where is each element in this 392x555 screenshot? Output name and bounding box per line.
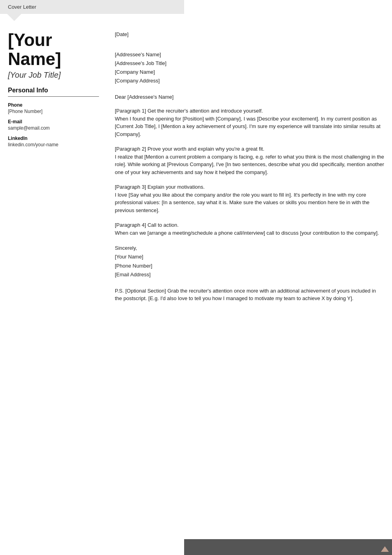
company-name: [Company Name] [115, 68, 384, 77]
ps-block: P.S. [Optional Section] Grab the recruit… [115, 287, 384, 302]
phone-label: Phone [8, 102, 99, 108]
paragraph1-block: [Paragraph 1] Get the recruiter's attent… [115, 107, 384, 138]
addressee-block: [Addressee's Name] [Addressee's Job Titl… [115, 50, 384, 85]
chevron-row [0, 14, 184, 23]
email-label: E-mail [8, 119, 99, 124]
closing-block: Sincerely, [Your Name] [Phone Number] [E… [115, 244, 384, 279]
paragraph3-label: [Paragraph 3] Explain your motivations. [115, 183, 384, 191]
company-address: [Company Address] [115, 77, 384, 85]
date: [Date] [115, 31, 384, 38]
paragraph2-label: [Paragraph 2] Prove your worth and expla… [115, 145, 384, 153]
main-body: [Date] [Addressee's Name] [Addressee's J… [107, 27, 384, 302]
email-value: sample@email.com [8, 125, 99, 131]
chevron-down-icon [7, 14, 21, 21]
paragraph4-block: [Paragraph 4] Call to action. When can w… [115, 221, 384, 237]
paragraph3-block: [Paragraph 3] Explain your motivations. … [115, 183, 384, 214]
paragraph2-block: [Paragraph 2] Prove your worth and expla… [115, 145, 384, 176]
linkedin-value: linkedin.com/your-name [8, 142, 99, 147]
paragraph1-body: When I found the opening for [Position] … [115, 115, 384, 138]
paragraph4-body: When can we [arrange a meeting/schedule … [115, 229, 384, 237]
paragraph3-body: I love [Say what you like about the comp… [115, 191, 384, 214]
paragraph4-label: [Paragraph 4] Call to action. [115, 221, 384, 229]
closing-phone: [Phone Number] [115, 262, 384, 270]
phone-value: [Phone Number] [8, 109, 99, 114]
main-content: [Your Name] [Your Job Title] Personal In… [0, 23, 392, 310]
linkedin-label: LinkedIn [8, 136, 99, 141]
dear-line: Dear [Addressee's Name] [115, 93, 384, 101]
closing-email: [Email Address] [115, 270, 384, 279]
bottom-bar [184, 539, 392, 555]
paragraph2-body: I realize that [Mention a current proble… [115, 153, 384, 176]
paragraph1-label: [Paragraph 1] Get the recruiter's attent… [115, 107, 384, 115]
name-heading: [Your Name] [8, 31, 99, 69]
closing: Sincerely, [115, 244, 384, 253]
addressee-job-title: [Addressee's Job Title] [115, 59, 384, 68]
personal-info-heading: Personal Info [8, 87, 99, 97]
addressee-name: [Addressee's Name] [115, 50, 384, 59]
job-title: [Your Job Title] [8, 71, 99, 80]
top-bar: Cover Letter [0, 0, 184, 14]
top-bar-label: Cover Letter [8, 4, 36, 10]
scroll-up-icon[interactable] [381, 546, 389, 552]
sidebar: [Your Name] [Your Job Title] Personal In… [8, 27, 107, 302]
closing-name: [Your Name] [115, 253, 384, 261]
